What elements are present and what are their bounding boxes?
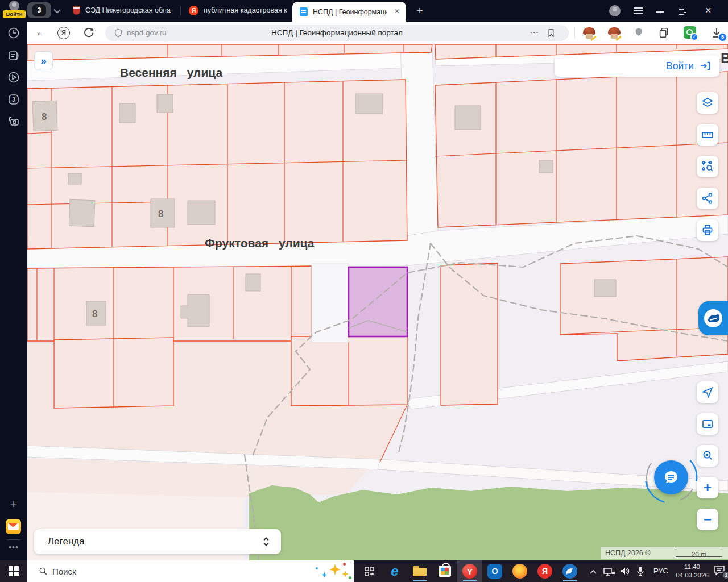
search-icon	[39, 567, 48, 576]
tab-count-value: 3	[32, 4, 46, 16]
sidebar-add-icon[interactable]: +	[6, 497, 21, 510]
more-actions-icon[interactable]: ⋯	[530, 25, 539, 40]
file-explorer-icon[interactable]	[407, 560, 432, 582]
tab-counter[interactable]: 3	[27, 2, 51, 18]
legend-title: Легенда	[48, 536, 85, 547]
account-avatar[interactable]	[609, 5, 621, 16]
tab-label: НСПД | Геоинформаци	[313, 8, 387, 16]
share-button[interactable]	[697, 188, 718, 209]
task-view-button[interactable]	[357, 560, 382, 582]
svg-text:8: 8	[158, 209, 163, 219]
ruler-button[interactable]	[697, 124, 718, 146]
chevron-down-icon[interactable]	[53, 6, 61, 14]
mini-map-button[interactable]	[697, 413, 718, 435]
svg-text:8: 8	[42, 111, 47, 122]
browser-toolbar: ← Я nspd.gov.ru НСПД | Геоинформационный…	[27, 22, 728, 44]
close-tab-icon[interactable]: ✕	[392, 7, 402, 15]
nspd-logo-icon	[703, 308, 723, 329]
tray-date: 04.03.2026	[673, 571, 711, 580]
collections-icon[interactable]	[7, 49, 20, 63]
firefox-icon[interactable]	[507, 560, 532, 582]
legend-toggle-icon[interactable]	[259, 535, 273, 551]
sidebar-more-icon[interactable]: •••	[0, 543, 27, 552]
windows-logo-icon	[9, 566, 19, 576]
restore-icon[interactable]	[679, 7, 687, 15]
speech-bubble-icon	[662, 468, 680, 487]
plus-icon: +	[704, 481, 712, 494]
notifications-button[interactable]: 1	[713, 565, 727, 577]
thunderbird-icon[interactable]	[557, 560, 582, 582]
new-tab-button[interactable]: +	[412, 3, 427, 18]
yandex-app-icon[interactable]: Я	[532, 560, 557, 582]
layers-button[interactable]	[697, 92, 718, 114]
close-window-icon[interactable]: ✕	[703, 5, 713, 15]
search-area-button[interactable]	[697, 445, 718, 467]
tab-cadastre[interactable]: Я публичная кадастровая к	[183, 0, 290, 22]
notification-count-badge: 1	[722, 571, 728, 580]
internet-explorer-icon[interactable]: e	[382, 560, 407, 582]
menu-icon[interactable]	[634, 7, 643, 14]
legend-panel[interactable]: Легенда	[34, 529, 281, 554]
map-login-panel[interactable]: Войти	[555, 55, 719, 77]
back-button[interactable]: ←	[35, 26, 47, 39]
coat-of-arms-icon	[73, 6, 80, 15]
tabs-count-icon[interactable]: 3	[7, 93, 20, 106]
expand-panel-button[interactable]: »	[34, 51, 53, 70]
selected-parcel[interactable]	[349, 267, 407, 336]
chat-widget[interactable]	[643, 449, 700, 506]
play-media-icon[interactable]	[7, 70, 20, 84]
yandex-browser-icon[interactable]: Y	[457, 560, 482, 582]
taskbar-search[interactable]: Поиск	[27, 560, 354, 582]
area-select-button[interactable]	[697, 156, 718, 177]
tab-label: СЭД Нижегородская обла	[85, 6, 175, 14]
street-label-vesennyaya: Весенняя улица	[120, 66, 222, 79]
start-button[interactable]	[0, 560, 27, 582]
profile-avatar[interactable]	[9, 1, 19, 11]
downloads-badge: 5	[718, 33, 727, 41]
attribution-text: НСПД 2026 ©	[605, 549, 650, 557]
site-shield-icon[interactable]	[113, 28, 123, 40]
reload-button[interactable]	[83, 27, 94, 40]
bookmark-icon[interactable]	[546, 28, 556, 40]
yandex-services-icon[interactable]: Я	[57, 27, 70, 39]
volume-icon[interactable]	[619, 566, 631, 579]
clock[interactable]: 11:40 04.03.2026	[673, 563, 711, 579]
extension-icon-1[interactable]	[582, 26, 596, 40]
tab-sed[interactable]: СЭД Нижегородская обла	[66, 0, 180, 22]
print-button[interactable]	[697, 219, 718, 241]
microsoft-store-icon[interactable]	[432, 560, 457, 582]
nspd-logo-tab[interactable]	[698, 301, 728, 335]
check-badge: ✓	[690, 33, 698, 41]
tabs-copy-icon[interactable]	[657, 26, 670, 41]
minimize-icon[interactable]	[656, 11, 664, 13]
toolbar-divider	[574, 27, 575, 39]
screenshot-icon[interactable]	[7, 114, 20, 128]
tray-expand-icon[interactable]	[589, 568, 597, 578]
yandex-mail-icon[interactable]	[6, 519, 21, 534]
sidebar-divider	[7, 539, 20, 540]
history-icon[interactable]	[7, 26, 20, 40]
extension-green-icon[interactable]: ✓	[684, 26, 696, 39]
network-icon[interactable]	[603, 567, 615, 579]
url-text: nspd.gov.ru	[127, 25, 167, 41]
tab-nspd-active[interactable]: НСПД | Геоинформаци ✕	[292, 2, 406, 22]
map-canvas[interactable]: 8 8 8 Весенняя улица Фруктовая улица	[27, 44, 728, 560]
microphone-icon[interactable]	[636, 566, 645, 579]
locate-me-button[interactable]	[697, 381, 718, 403]
browser-titlebar: Войти 3 СЭД Нижегородская обла Я публичн…	[0, 0, 728, 22]
minus-icon: −	[704, 513, 712, 526]
outlook-icon[interactable]: O	[482, 560, 507, 582]
zoom-in-button[interactable]: +	[697, 477, 718, 498]
scale-label: 20 m	[692, 551, 707, 558]
profile-login-badge[interactable]: Войти	[3, 10, 26, 18]
protect-shield-icon[interactable]	[634, 27, 644, 39]
yandex-icon: Я	[189, 6, 198, 15]
extension-icon-2[interactable]	[607, 26, 621, 40]
zoom-out-button[interactable]: −	[697, 509, 718, 530]
scale-bar: 20 m	[676, 549, 722, 557]
map-viewport[interactable]: 8 8 8 Весенняя улица Фруктовая улица » В…	[27, 44, 728, 560]
language-indicator[interactable]: РУС	[650, 560, 672, 582]
chat-button[interactable]	[654, 460, 688, 494]
downloads-button[interactable]: 5	[710, 26, 723, 40]
address-bar[interactable]: nspd.gov.ru НСПД | Геоинформационный пор…	[105, 25, 569, 41]
